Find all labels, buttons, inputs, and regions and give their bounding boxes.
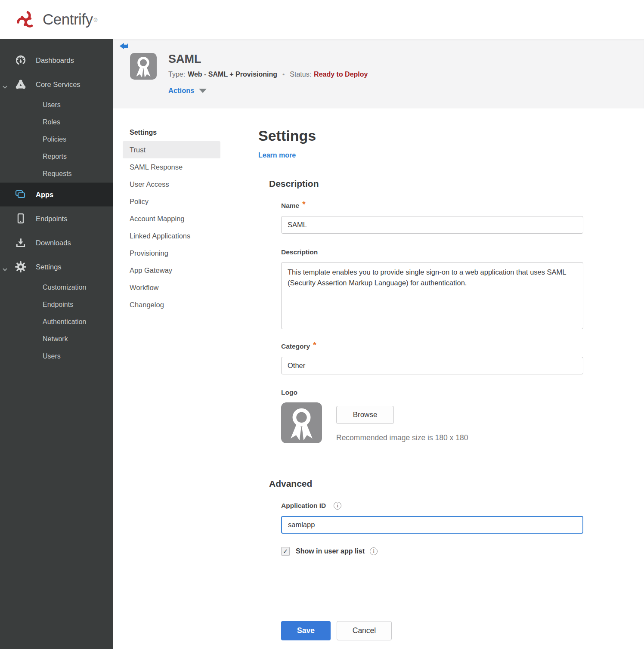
subnav-item-app-gateway[interactable]: App Gateway xyxy=(123,262,220,279)
trademark-symbol: ® xyxy=(94,17,98,23)
subnav-item-saml-response[interactable]: SAML Response xyxy=(123,158,220,176)
application-id-label: Application ID xyxy=(281,502,326,510)
gear-icon xyxy=(15,261,26,272)
sidebar-item-label: Endpoints xyxy=(36,215,67,223)
subnav-item-linked-applications[interactable]: Linked Applications xyxy=(123,227,220,244)
gauge-icon xyxy=(15,55,26,66)
subnav-item-user-access[interactable]: User Access xyxy=(123,176,220,193)
settings-panel: Settings Learn more Description Name * D… xyxy=(258,108,594,649)
description-label: Description xyxy=(281,248,318,256)
sidebar-item-apps[interactable]: Apps xyxy=(0,182,113,207)
browse-button[interactable]: Browse xyxy=(336,406,394,424)
subnav-item-policy[interactable]: Policy xyxy=(123,193,220,210)
description-textarea[interactable]: This template enables you to provide sin… xyxy=(281,262,583,329)
app-title: SAML xyxy=(168,53,368,66)
info-icon[interactable]: i xyxy=(370,547,378,555)
sidebar-item-reports[interactable]: Reports xyxy=(0,148,113,165)
application-id-input[interactable] xyxy=(281,516,583,534)
app-logo xyxy=(130,53,157,80)
brand-name: Centrify xyxy=(43,11,93,28)
required-asterisk: * xyxy=(302,200,305,209)
sidebar-item-label: Core Services xyxy=(36,80,80,89)
sidebar-item-network[interactable]: Network xyxy=(0,331,113,348)
subnav-header: Settings xyxy=(123,124,237,141)
type-value: Web - SAML + Provisioning xyxy=(188,71,277,78)
type-label: Type: xyxy=(168,71,185,78)
centrify-swirl-icon xyxy=(14,8,37,31)
logo-size-hint: Recommended image size is 180 x 180 xyxy=(336,433,468,442)
sidebar-item-settings-users[interactable]: Users xyxy=(0,348,113,365)
cancel-button[interactable]: Cancel xyxy=(337,621,392,640)
sidebar-item-core-services[interactable]: Core Services xyxy=(0,72,113,96)
app-header: SAML Type: Web - SAML + Provisioning • S… xyxy=(113,39,644,108)
status-label: Status: xyxy=(290,71,311,78)
description-section-heading: Description xyxy=(269,179,594,189)
logo-preview-image xyxy=(281,402,322,443)
required-asterisk: * xyxy=(313,340,316,350)
name-label: Name xyxy=(281,202,299,210)
download-icon xyxy=(15,237,26,248)
sidebar-item-downloads[interactable]: Downloads xyxy=(0,231,113,255)
subnav-item-provisioning[interactable]: Provisioning xyxy=(123,244,220,262)
show-in-user-app-list-checkbox[interactable]: ✓ xyxy=(281,547,290,556)
logo-label: Logo xyxy=(281,389,297,396)
vertical-divider xyxy=(237,128,237,609)
sidebar-item-label: Dashboards xyxy=(36,56,74,65)
molecule-icon xyxy=(15,79,26,90)
sidebar-item-label: Apps xyxy=(36,191,53,199)
info-icon[interactable]: i xyxy=(334,502,341,510)
mobile-device-icon xyxy=(15,213,26,224)
sidebar-item-settings[interactable]: Settings xyxy=(0,255,113,279)
top-bar: Centrify® xyxy=(0,0,644,39)
sidebar-item-label: Downloads xyxy=(36,239,71,247)
sidebar-item-label: Settings xyxy=(36,263,62,271)
chevron-down-icon[interactable] xyxy=(3,265,7,273)
chevron-down-icon[interactable] xyxy=(3,83,7,90)
show-in-user-app-list-label: Show in user app list xyxy=(296,547,365,555)
actions-dropdown[interactable]: Actions xyxy=(168,87,368,95)
sidebar-item-endpoints[interactable]: Endpoints xyxy=(0,207,113,231)
category-label: Category xyxy=(281,343,310,350)
sidebar-item-policies[interactable]: Policies xyxy=(0,131,113,148)
advanced-section-heading: Advanced xyxy=(269,479,594,489)
app-subnav: Settings Trust SAML Response User Access… xyxy=(113,108,237,649)
subnav-item-account-mapping[interactable]: Account Mapping xyxy=(123,210,220,227)
sidebar-item-users[interactable]: Users xyxy=(0,96,113,114)
sidebar-item-settings-endpoints[interactable]: Endpoints xyxy=(0,296,113,313)
name-input[interactable] xyxy=(281,216,583,234)
apps-icon xyxy=(15,189,26,200)
subnav-item-changelog[interactable]: Changelog xyxy=(123,296,220,313)
brand-logo: Centrify® xyxy=(14,8,97,31)
page-title: Settings xyxy=(258,127,594,144)
sidebar-item-requests[interactable]: Requests xyxy=(0,165,113,182)
sidebar-item-customization[interactable]: Customization xyxy=(0,279,113,296)
actions-label: Actions xyxy=(168,87,195,95)
back-arrow-icon[interactable] xyxy=(119,42,128,50)
subnav-item-trust[interactable]: Trust xyxy=(123,141,220,158)
status-value: Ready to Deploy xyxy=(314,71,368,78)
caret-down-icon xyxy=(199,89,207,93)
meta-separator: • xyxy=(282,71,285,78)
category-input[interactable] xyxy=(281,357,583,374)
learn-more-link[interactable]: Learn more xyxy=(258,151,296,159)
sidebar: Dashboards Core Services Users Roles Pol… xyxy=(0,39,113,649)
save-button[interactable]: Save xyxy=(281,621,331,640)
subnav-item-workflow[interactable]: Workflow xyxy=(123,279,220,296)
sidebar-item-dashboards[interactable]: Dashboards xyxy=(0,48,113,72)
sidebar-item-authentication[interactable]: Authentication xyxy=(0,313,113,331)
sidebar-item-roles[interactable]: Roles xyxy=(0,114,113,131)
